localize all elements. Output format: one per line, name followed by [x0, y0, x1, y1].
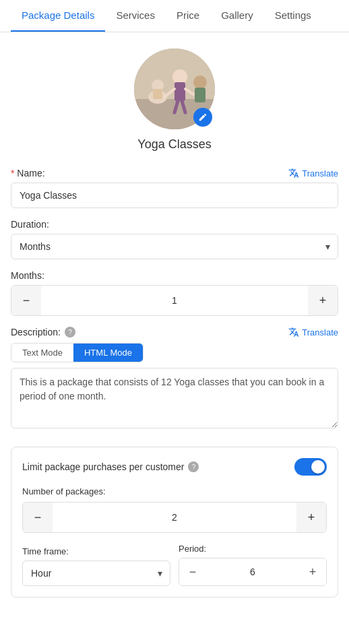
timeframe-row: Time frame: Minute Hour Day Week Month Y…: [22, 544, 327, 586]
limit-help-icon[interactable]: ?: [188, 461, 199, 472]
number-label: Number of packages:: [22, 486, 327, 496]
name-field-header: Name: Translate: [11, 168, 338, 179]
months-value: 1: [41, 295, 308, 306]
duration-select[interactable]: Minutes Hours Days Weeks Months Years: [11, 234, 338, 259]
avatar-title: Yoga Classes: [11, 137, 338, 152]
text-mode-tab[interactable]: Text Mode: [11, 344, 73, 362]
name-translate-label: Translate: [302, 168, 338, 179]
svg-point-12: [193, 75, 207, 89]
timeframe-col: Time frame: Minute Hour Day Week Month Y…: [22, 546, 170, 586]
period-col: Period: − 6 +: [179, 544, 327, 586]
name-label: Name:: [11, 168, 45, 179]
tab-services[interactable]: Services: [105, 0, 166, 32]
description-header: Description: ? Translate: [11, 327, 338, 337]
period-increase-button[interactable]: +: [299, 558, 326, 585]
svg-point-6: [172, 69, 187, 84]
description-textarea[interactable]: This is a package that consists of 12 Yo…: [11, 368, 338, 428]
duration-select-wrapper: Minutes Hours Days Weeks Months Years ▾: [11, 234, 338, 259]
description-help-icon[interactable]: ?: [65, 327, 75, 337]
svg-rect-5: [153, 89, 162, 99]
name-translate-button[interactable]: Translate: [288, 168, 338, 179]
mode-tabs: Text Mode HTML Mode: [11, 343, 144, 362]
duration-label: Duration:: [11, 219, 338, 230]
svg-rect-13: [195, 88, 205, 102]
period-value: 6: [206, 567, 299, 577]
timeframe-select-wrapper: Minute Hour Day Week Month Year ▾: [22, 560, 170, 586]
description-label-group: Description: ?: [11, 327, 75, 337]
toggle-knob: [311, 460, 325, 474]
number-stepper: − 2 +: [22, 502, 327, 533]
limit-title-group: Limit package purchases per customer ?: [22, 461, 199, 472]
tabs-nav: Package Details Services Price Gallery S…: [0, 0, 349, 32]
tab-price[interactable]: Price: [166, 0, 210, 32]
months-decrease-button[interactable]: −: [11, 286, 41, 315]
timeframe-select[interactable]: Minute Hour Day Week Month Year: [22, 560, 170, 586]
name-input[interactable]: [11, 183, 338, 208]
main-content: Yoga Classes Name: Translate Duration: M…: [0, 32, 349, 614]
limit-title: Limit package purchases per customer: [22, 461, 184, 472]
tab-settings[interactable]: Settings: [264, 0, 322, 32]
period-stepper: − 6 +: [179, 558, 327, 586]
number-decrease-button[interactable]: −: [23, 503, 53, 532]
svg-rect-7: [174, 82, 185, 101]
description-translate-button[interactable]: Translate: [288, 327, 338, 337]
html-mode-tab[interactable]: HTML Mode: [73, 344, 143, 362]
months-stepper: − 1 +: [11, 285, 338, 316]
period-decrease-button[interactable]: −: [179, 558, 206, 585]
timeframe-label: Time frame:: [22, 546, 170, 556]
avatar-wrapper: [134, 49, 215, 129]
period-label: Period:: [179, 544, 327, 554]
number-value: 2: [53, 512, 296, 523]
description-label: Description:: [11, 327, 61, 337]
months-label: Months:: [11, 270, 338, 281]
card-header: Limit package purchases per customer ?: [22, 458, 327, 476]
months-increase-button[interactable]: +: [308, 286, 338, 315]
avatar-section: [11, 49, 338, 129]
limit-toggle[interactable]: [294, 458, 327, 476]
edit-avatar-button[interactable]: [193, 108, 212, 127]
number-increase-button[interactable]: +: [296, 503, 326, 532]
limit-purchases-card: Limit package purchases per customer ? N…: [11, 447, 338, 598]
tab-gallery[interactable]: Gallery: [210, 0, 264, 32]
tab-package-details[interactable]: Package Details: [11, 0, 105, 32]
description-translate-label: Translate: [302, 327, 338, 337]
